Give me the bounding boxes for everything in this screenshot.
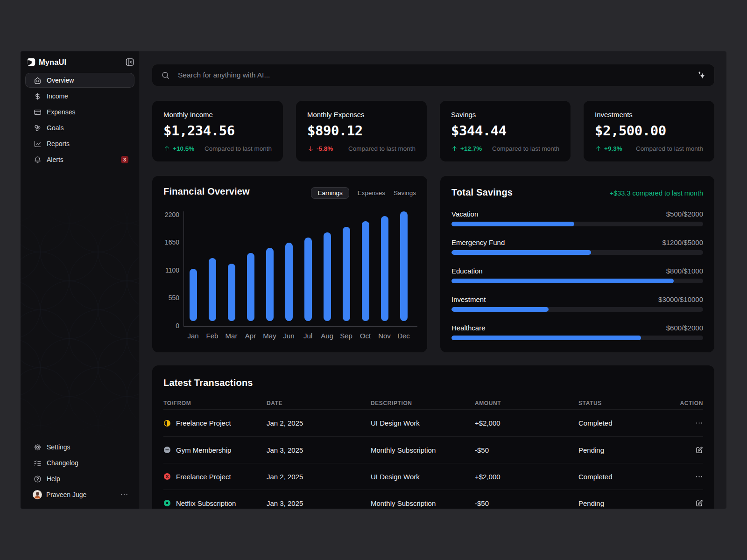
- bar-aug: [324, 232, 331, 321]
- dollar-icon: [34, 92, 42, 100]
- savings-goal-vacation: Vacation$500/$2000: [451, 210, 703, 229]
- stat-compare-text: Compared to last month: [492, 145, 559, 152]
- brand-name: MynaUI: [39, 58, 66, 67]
- row-actions-ellipsis-icon[interactable]: [695, 419, 703, 427]
- column-header-to-from: TO/FROM: [163, 400, 267, 406]
- panel-left-close-icon[interactable]: [125, 57, 134, 67]
- goal-progress-track: [451, 279, 703, 283]
- goal-name: Vacation: [451, 210, 478, 218]
- stat-delta-percent: -5.8%: [317, 145, 333, 152]
- transaction-description: Monthly Subscription: [371, 446, 475, 454]
- goal-amount: $800/$1000: [666, 267, 703, 275]
- main-content: Monthly Income$1,234.56+10.5%Compared to…: [140, 51, 726, 509]
- arrow-up-icon: [451, 145, 458, 152]
- goal-progress-fill: [451, 336, 641, 340]
- goal-progress-fill: [451, 279, 674, 283]
- y-axis-tick-label: 0: [156, 322, 179, 329]
- table-header-row: TO/FROMDATEDESCRIPTIONAMOUNTSTATUSACTION: [163, 397, 703, 410]
- goal-progress-track: [451, 307, 703, 312]
- transaction-date: Jan 3, 2025: [267, 446, 371, 454]
- row-edit-icon[interactable]: [695, 446, 703, 454]
- bar-apr: [247, 253, 254, 321]
- row-edit-icon[interactable]: [695, 499, 703, 507]
- home-smile-icon: [34, 77, 42, 84]
- help-circle-icon: [34, 475, 42, 483]
- avatar: [33, 490, 42, 499]
- sidebar-item-alerts[interactable]: Alerts3: [25, 152, 134, 167]
- sparkles-icon[interactable]: [697, 70, 706, 80]
- stat-card-monthly-income: Monthly Income$1,234.56+10.5%Compared to…: [152, 100, 283, 162]
- row-actions-ellipsis-icon[interactable]: [695, 473, 703, 481]
- alerts-count-badge: 3: [121, 156, 128, 163]
- sidebar-item-expenses[interactable]: Expenses: [25, 105, 134, 119]
- x-axis-tick-label: Jan: [187, 332, 198, 340]
- sidebar-item-label: Alerts: [47, 156, 63, 163]
- total-savings-title: Total Savings: [451, 187, 513, 198]
- arrow-down-icon: [307, 145, 314, 152]
- transaction-status: Completed: [578, 419, 672, 427]
- goals-circles-icon: [34, 124, 42, 132]
- stat-compare-text: Compared to last month: [204, 145, 272, 152]
- goal-progress-fill: [451, 250, 591, 255]
- circle-x-icon: [163, 473, 171, 480]
- goal-name: Healthcare: [451, 324, 486, 332]
- stat-card-value: $344.44: [451, 123, 559, 139]
- financial-overview-card: Financial Overview EarningsExpensesSavin…: [152, 175, 428, 353]
- ellipsis-icon: [695, 473, 703, 481]
- bar-dec: [400, 211, 408, 321]
- y-axis-tick-label: 1100: [156, 266, 179, 274]
- transaction-amount: -$50: [475, 499, 578, 507]
- transaction-name: Freelance Project: [176, 419, 231, 427]
- table-row: Freelance ProjectJan 2, 2025UI Design Wo…: [163, 463, 703, 490]
- sidebar-item-income[interactable]: Income: [25, 89, 134, 104]
- bar-jun: [285, 243, 293, 321]
- savings-goal-investment: Investment$3000/$10000: [451, 295, 703, 314]
- stat-card-value: $1,234.56: [163, 123, 272, 139]
- column-header-amount: AMOUNT: [475, 400, 578, 406]
- transactions-table: TO/FROMDATEDESCRIPTIONAMOUNTSTATUSACTION…: [163, 397, 703, 509]
- x-axis-tick-label: Jun: [283, 332, 294, 340]
- stat-compare-text: Compared to last month: [636, 145, 703, 152]
- savings-goal-emergency-fund: Emergency Fund$1200/$5000: [451, 238, 703, 257]
- circle-minus-icon: [163, 446, 171, 454]
- sidebar-item-overview[interactable]: Overview: [25, 73, 134, 88]
- sidebar-item-label: Help: [47, 475, 60, 483]
- bar-mar: [228, 264, 235, 321]
- sidebar-item-help[interactable]: Help: [25, 471, 134, 486]
- transaction-name: Gym Membership: [176, 446, 231, 454]
- bar-may: [266, 248, 274, 321]
- goal-progress-fill: [451, 222, 574, 226]
- column-header-description: DESCRIPTION: [371, 400, 475, 406]
- x-axis-tick-label: Apr: [245, 332, 256, 340]
- x-axis-tick-label: Dec: [397, 332, 410, 340]
- x-axis-tick-label: Jul: [303, 332, 312, 340]
- goal-amount: $3000/$10000: [658, 295, 703, 303]
- bar-feb: [209, 258, 216, 321]
- sidebar-item-goals[interactable]: Goals: [25, 120, 134, 135]
- x-axis-line: [183, 326, 417, 327]
- x-axis-tick-label: Feb: [206, 332, 218, 340]
- sidebar-item-changelog[interactable]: Changelog: [25, 455, 134, 470]
- app-window: MynaUI OverviewIncomeExpensesGoalsReport…: [21, 51, 726, 509]
- bar-oct: [362, 221, 369, 321]
- sidebar-user[interactable]: Praveen Juge: [25, 487, 134, 502]
- search-icon: [161, 71, 170, 80]
- sidebar-item-label: Goals: [47, 124, 64, 132]
- goal-amount: $500/$2000: [666, 210, 703, 218]
- transaction-date: Jan 3, 2025: [267, 499, 371, 507]
- sidebar-item-reports[interactable]: Reports: [25, 136, 134, 151]
- column-header-action: ACTION: [672, 400, 703, 406]
- stat-card-title: Savings: [451, 111, 559, 119]
- user-menu-ellipsis-icon[interactable]: [120, 490, 128, 499]
- search-input[interactable]: [178, 71, 697, 79]
- y-axis-tick-label: 550: [156, 294, 179, 301]
- edit-icon: [695, 499, 703, 507]
- bell-icon: [34, 156, 42, 164]
- stat-card-value: $890.12: [307, 123, 416, 139]
- bar-jul: [304, 238, 312, 321]
- sidebar-item-settings[interactable]: Settings: [25, 440, 134, 455]
- ellipsis-icon: [695, 419, 703, 427]
- credit-card-icon: [34, 108, 42, 116]
- sidebar-item-label: Income: [47, 92, 68, 100]
- x-axis-tick-label: Sep: [340, 332, 352, 340]
